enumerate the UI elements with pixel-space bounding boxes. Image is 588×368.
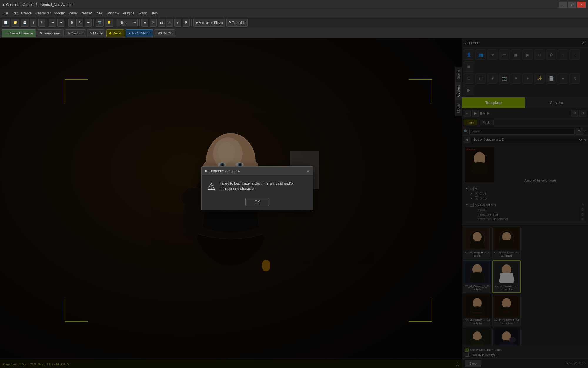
icon-video[interactable]: ▶	[464, 85, 474, 95]
menu-window[interactable]: Window	[107, 11, 119, 15]
icon-actor[interactable]: 👤	[464, 49, 474, 60]
menu-view[interactable]: View	[96, 11, 103, 15]
grid-button[interactable]: ☷	[158, 19, 165, 27]
render-button[interactable]: ★	[141, 19, 148, 27]
icon-env[interactable]: ♥	[511, 73, 521, 84]
icon-group[interactable]: 👥	[475, 49, 486, 60]
redo-button[interactable]: ↪	[57, 19, 64, 27]
coll-retexture-underwear[interactable]: retexture_underwear 0	[470, 217, 584, 221]
icon-motion[interactable]: ▶	[522, 49, 533, 60]
menu-script[interactable]: Script	[138, 11, 147, 15]
scale-button[interactable]: ↦	[85, 19, 92, 27]
refresh-button[interactable]: ↻	[571, 110, 578, 117]
pack-tab[interactable]: Pack	[479, 120, 493, 125]
scene-tab[interactable]: Scene	[455, 67, 462, 82]
env-button[interactable]: ☀	[150, 19, 157, 27]
save-panel-button[interactable]: Save	[465, 360, 481, 367]
icon-cloth[interactable]: ♭	[569, 49, 580, 60]
filter-icon[interactable]: ▿	[584, 129, 586, 133]
history-button[interactable]: ◀	[464, 137, 470, 143]
icon-camera[interactable]: 📷	[499, 73, 510, 84]
import-button[interactable]: ⇩	[38, 19, 45, 27]
sort-select[interactable]: Sort by Category A to Z	[471, 137, 583, 143]
coll-retext[interactable]: retext 0	[470, 207, 584, 212]
animation-player-button[interactable]: ▶ Animation Player	[193, 19, 225, 27]
icon-prop[interactable]: ▢	[475, 73, 486, 84]
grid-item-1[interactable]: AV_M_Pouldrons_H_01.cccloth	[492, 227, 521, 259]
open-button[interactable]: 📁	[11, 19, 19, 27]
move-button[interactable]: ⊕	[68, 19, 75, 27]
tree-stage[interactable]: ► ✓ Stage	[470, 196, 584, 200]
close-button[interactable]: ✕	[577, 2, 586, 8]
icon-effect[interactable]: ✨	[534, 73, 545, 84]
grid-item-2[interactable]: AV_M_Cuirass_L_01.imltiplus	[463, 260, 491, 293]
filter-base-row[interactable]: Filter by Base Type	[465, 353, 585, 357]
forward-button[interactable]: ▶	[472, 110, 479, 117]
menu-edit[interactable]: Edit	[11, 11, 18, 15]
settings-button[interactable]: ⚙	[579, 110, 586, 117]
icon-scene[interactable]: □	[464, 73, 474, 84]
menu-character[interactable]: Character	[35, 11, 51, 15]
quality-dropdown[interactable]: High Medium Low	[117, 19, 138, 26]
maximize-button[interactable]: □	[568, 2, 576, 8]
morph-button[interactable]: ◆ Morph	[106, 29, 124, 37]
export-button[interactable]: ⇪	[30, 19, 37, 27]
record-button[interactable]: ●	[174, 19, 181, 27]
content-side-tab[interactable]: Content	[455, 82, 462, 100]
conform-button[interactable]: ⇘ Conform	[65, 29, 86, 37]
edit-collections-icon[interactable]: ✎	[582, 203, 584, 207]
dialog-close-button[interactable]: ✕	[306, 168, 310, 174]
icon-mesh[interactable]: ▭	[499, 49, 510, 60]
grid-item-6[interactable]: AV_M_Cuirass_L_05.imltiplus	[463, 328, 491, 346]
grid-item-3[interactable]: AV_M_Cuirass_L_02.imltiplus	[492, 260, 521, 293]
featured-item[interactable]: ICLONE 3D Armor of the Void - Male	[464, 146, 586, 183]
grid-item-5[interactable]: AV_M_Cuirass_L_04.imltiplus	[492, 294, 521, 326]
search-input[interactable]	[469, 128, 575, 135]
menu-modify[interactable]: Modify	[54, 11, 65, 15]
menu-file[interactable]: File	[2, 11, 8, 15]
camera-button[interactable]: 📷	[96, 19, 104, 27]
icon-hair[interactable]: ☼	[558, 49, 568, 60]
headshot-button[interactable]: ▲ HEADSHOT	[126, 29, 153, 37]
icon-light[interactable]: ☀	[487, 73, 498, 84]
menu-render[interactable]: Render	[80, 11, 92, 15]
create-character-button[interactable]: ▲ Create Character	[2, 29, 36, 37]
all-filter-button[interactable]: All	[576, 128, 583, 135]
tree-all[interactable]: ▼ ✓ All	[465, 186, 584, 191]
turntable-button[interactable]: ↻ Turntable	[226, 19, 248, 27]
instalod-button[interactable]: INSTALOD	[154, 29, 175, 37]
transformer-button[interactable]: ↹ Transformer	[37, 29, 64, 37]
custom-tab[interactable]: Custom	[525, 97, 588, 108]
rotate-button[interactable]: ↻	[76, 19, 83, 27]
menu-mesh[interactable]: Mesh	[68, 11, 77, 15]
flag-button[interactable]: ⚑	[183, 19, 190, 27]
icon-script[interactable]: 📄	[546, 73, 557, 84]
template-tab[interactable]: Template	[462, 97, 525, 108]
tree-cloth[interactable]: ► ✓ Cloth	[470, 191, 584, 196]
icon-morph[interactable]: ◉	[511, 49, 521, 60]
content-close-button[interactable]: ✕	[582, 41, 585, 45]
show-subfolder-checkbox[interactable]: ✓	[465, 348, 469, 352]
icon-face[interactable]: ☸	[546, 49, 557, 60]
item-tab[interactable]: Item	[464, 120, 477, 125]
dialog-ok-button[interactable]: OK	[245, 198, 269, 206]
modify-side-tab[interactable]: Modify	[455, 100, 462, 116]
menu-help[interactable]: Help	[150, 11, 158, 15]
grid-item-7[interactable]: AV_M_Epaulets_L_01.imltiplus	[492, 328, 521, 346]
content-scroll-area[interactable]: ICLONE 3D Armor of the Void - Male ▼ ✓ A…	[462, 144, 588, 346]
undo-button[interactable]: ↩	[49, 19, 56, 27]
save-button[interactable]: 💾	[21, 19, 29, 27]
physics-button[interactable]: △	[166, 19, 173, 27]
light-button[interactable]: 💡	[105, 19, 113, 27]
icon-audio[interactable]: ♫	[569, 73, 580, 84]
modify-button[interactable]: ✎ Modify	[87, 29, 105, 37]
minimize-button[interactable]: –	[559, 2, 567, 8]
icon-shader[interactable]: ●	[558, 73, 568, 84]
new-button[interactable]: 📄	[2, 19, 10, 27]
anim-close-button[interactable]: ◯	[456, 362, 459, 366]
menu-plugins[interactable]: Plugins	[123, 11, 134, 15]
sort-down-icon[interactable]: ▿	[584, 138, 586, 142]
coll-retexture-star[interactable]: retexture_star 0	[470, 212, 584, 217]
icon-stage[interactable]: ♦	[522, 73, 533, 84]
menu-create[interactable]: Create	[21, 11, 32, 15]
